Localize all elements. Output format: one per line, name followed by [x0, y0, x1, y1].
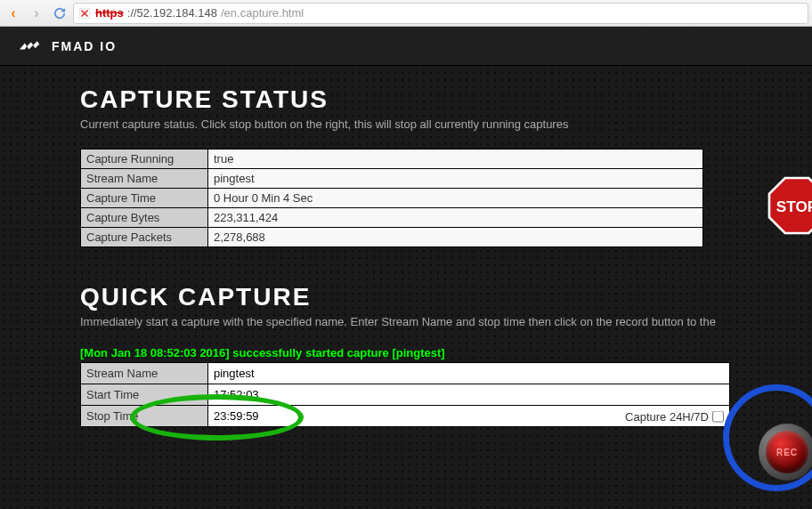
svg-marker-1: [20, 43, 27, 49]
site-header: FMAD IO: [0, 27, 812, 66]
table-row: Stream Name: [81, 363, 730, 384]
start-time-input[interactable]: [208, 384, 729, 405]
svg-marker-3: [33, 41, 39, 48]
quick-capture-table: Stream Name Start Time Stop Time Capture…: [80, 362, 730, 427]
capture-status-subtitle: Current capture status. Click stop butto…: [80, 117, 812, 131]
page-body: FMAD IO CAPTURE STATUS Current capture s…: [0, 27, 812, 509]
row-label: Capture Bytes: [81, 208, 208, 228]
brand-logo[interactable]: FMAD IO: [20, 38, 117, 54]
stop-icon: STOP: [767, 176, 812, 235]
stream-name-input[interactable]: [208, 363, 729, 384]
row-value: 0 Hour 0 Min 4 Sec: [208, 189, 703, 208]
row-label: Stop Time: [81, 406, 208, 427]
url-scheme: https: [95, 6, 124, 20]
row-label: Stream Name: [81, 363, 208, 384]
url-bar[interactable]: https ://52.192.184.148/en.capture.html: [73, 3, 808, 24]
browser-toolbar: ‹ › https ://52.192.184.148/en.capture.h…: [0, 0, 812, 27]
url-path: /en.capture.html: [221, 6, 304, 20]
table-row: Capture Packets2,278,688: [81, 228, 703, 247]
quick-capture-subtitle: Immediately start a capture with the spe…: [80, 315, 812, 328]
url-host: ://52.192.184.148: [127, 6, 217, 20]
table-row: Capture Runningtrue: [81, 149, 703, 169]
table-row: Capture Time0 Hour 0 Min 4 Sec: [81, 189, 703, 208]
forward-button[interactable]: ›: [27, 4, 46, 23]
brand-text: FMAD IO: [52, 39, 117, 53]
row-value: 2,278,688: [208, 228, 703, 247]
svg-marker-2: [27, 42, 33, 49]
stop-button[interactable]: STOP: [767, 176, 812, 235]
svg-text:STOP: STOP: [776, 198, 812, 215]
row-value: 223,311,424: [208, 208, 703, 228]
capture-status-heading: CAPTURE STATUS: [80, 85, 812, 114]
row-value: pingtest: [208, 169, 703, 189]
row-label: Stream Name: [81, 169, 208, 189]
row-label: Capture Packets: [81, 228, 208, 247]
quick-capture-status: [Mon Jan 18 08:52:03 2016] successfully …: [80, 346, 812, 360]
row-value: true: [208, 149, 703, 169]
table-row: Stream Namepingtest: [81, 169, 703, 189]
row-label: Start Time: [81, 384, 208, 406]
record-icon: REC: [759, 424, 812, 481]
row-label: Capture Time: [81, 189, 208, 208]
capture-247-label: Capture 24H/7D: [625, 409, 709, 423]
row-label: Capture Running: [81, 149, 208, 169]
security-warning-icon: [77, 6, 92, 20]
table-row: Capture Bytes223,311,424: [81, 208, 703, 228]
table-row: Stop Time Capture 24H/7D: [81, 406, 730, 427]
capture-status-table: Capture Runningtrue Stream Namepingtest …: [80, 149, 703, 247]
record-button[interactable]: REC: [759, 424, 812, 481]
reload-button[interactable]: [50, 4, 69, 23]
table-row: Start Time: [81, 384, 730, 406]
logo-icon: [20, 38, 45, 54]
capture-247-checkbox[interactable]: [712, 410, 724, 422]
back-button[interactable]: ‹: [4, 4, 23, 23]
rec-label: REC: [776, 448, 798, 457]
quick-capture-heading: QUICK CAPTURE: [80, 283, 812, 311]
